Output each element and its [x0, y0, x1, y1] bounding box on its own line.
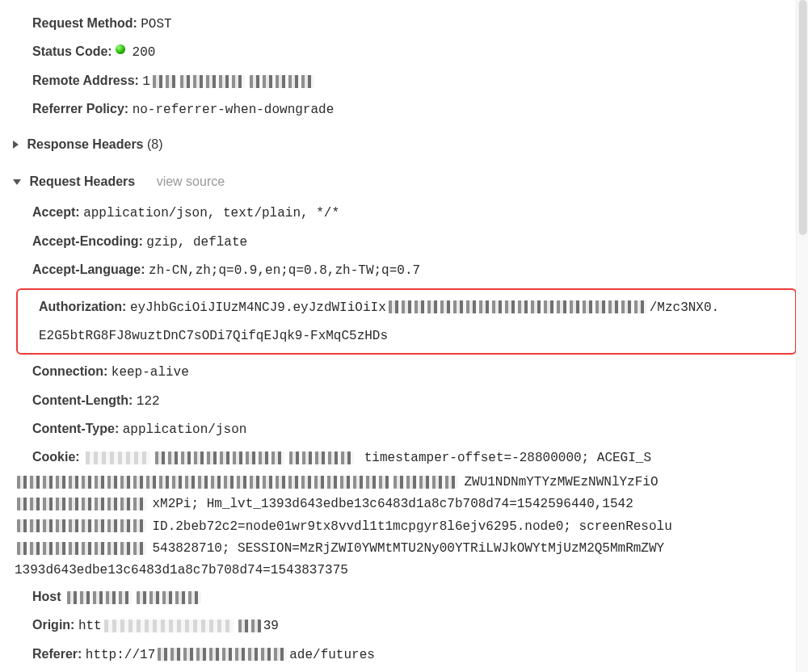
host-label: Host: [32, 590, 61, 603]
request-method-value: POST: [141, 17, 171, 32]
connection-value: keep-alive: [112, 365, 189, 380]
remote-address-row: Remote Address: 1: [0, 67, 808, 95]
origin-label: Origin:: [32, 618, 74, 632]
status-code-row: Status Code: 200: [0, 38, 808, 66]
authorization-value: eyJhbGciOiJIUzM4NCJ9.eyJzdWIiOiIx/Mzc3NX…: [130, 300, 719, 315]
request-headers-toggle[interactable]: Request Headers view source: [0, 162, 808, 199]
origin-row: Origin: htt39: [0, 611, 808, 640]
auth-mid-suffix: /Mzc3NX0.: [650, 300, 719, 315]
connection-label: Connection:: [32, 364, 107, 378]
status-code-value: 200: [133, 45, 156, 60]
accept-language-label: Accept-Language:: [32, 262, 145, 276]
connection-row: Connection: keep-alive: [0, 358, 808, 386]
accept-language-value: zh-CN,zh;q=0.9,en;q=0.8,zh-TW;q=0.7: [149, 263, 420, 278]
user-agent-row: User-Agent: Mozilla/5ıtosh; Intel Mac OS…: [0, 669, 808, 672]
request-headers-title: Request Headers: [29, 174, 135, 188]
referer-label: Referer:: [32, 647, 82, 661]
remote-address-value: 1: [142, 74, 317, 89]
accept-language-row: Accept-Language: zh-CN,zh;q=0.9,en;q=0.8…: [0, 256, 808, 284]
content-type-value: application/json: [123, 422, 247, 437]
origin-prefix: htt: [78, 619, 102, 633]
caret-right-icon: [13, 141, 19, 149]
content-length-label: Content-Length:: [32, 393, 133, 407]
referer-suffix: ade/futures: [289, 648, 375, 662]
accept-encoding-label: Accept-Encoding:: [32, 234, 143, 248]
status-code-label: Status Code:: [32, 44, 112, 58]
host-value: [65, 590, 204, 605]
cookie-line-6: 1393d643edbe13c6483d1a8c7b708d74=1543837…: [0, 557, 808, 582]
accept-row: Accept: application/json, text/plain, */…: [0, 199, 808, 227]
devtools-headers-panel: Request Method: POST Status Code: 200 Re…: [0, 0, 808, 672]
scrollbar-thumb[interactable]: [798, 0, 806, 235]
accept-encoding-value: gzip, deflate: [146, 235, 247, 250]
content-length-value: 122: [137, 394, 160, 409]
cookie-xm: xM2Pi;: [152, 497, 206, 511]
accept-encoding-row: Accept-Encoding: gzip, deflate: [0, 228, 808, 256]
cookie-label: Cookie:: [32, 450, 80, 464]
remote-address-label: Remote Address:: [32, 74, 139, 87]
vertical-scrollbar[interactable]: [796, 0, 808, 672]
authorization-label: Authorization:: [39, 300, 126, 313]
authorization-highlight: Authorization: eyJhbGciOiJIUzM4NCJ9.eyJz…: [16, 288, 797, 355]
view-source-link[interactable]: view source: [157, 174, 225, 188]
cookie-zwu: ZWU1NDNmYTYzMWEzNWNlYzFiO: [464, 475, 658, 489]
referer-prefix: http://17: [86, 648, 155, 662]
cookie-lpvt: 1393d643edbe13c6483d1a8c7b708d74=1543837…: [15, 563, 348, 578]
cookie-ts: timestamper-offset=-28800000; ACEGI_S: [364, 451, 651, 465]
cookie-value-start: timestamper-offset=-28800000; ACEGI_S: [83, 451, 651, 465]
cookie-hm: Hm_lvt_1393d643edbe13c6483d1a8c7b708d74=…: [207, 497, 633, 511]
request-method-label: Request Method:: [32, 16, 137, 30]
origin-value: htt39: [78, 619, 279, 633]
referrer-policy-label: Referrer Policy:: [32, 102, 128, 116]
caret-down-icon: [13, 179, 21, 185]
origin-suffix: 39: [263, 619, 279, 633]
response-headers-count: (8): [147, 137, 163, 151]
remote-address-prefix: 1: [142, 74, 150, 89]
accept-label: Accept:: [32, 205, 80, 219]
auth-prefix: eyJhbGciOiJIUzM4NCJ9.eyJzdWIiOiIx: [130, 300, 386, 315]
referrer-policy-row: Referrer Policy: no-referrer-when-downgr…: [0, 95, 808, 124]
content-type-label: Content-Type:: [32, 422, 119, 435]
request-method-row: Request Method: POST: [0, 10, 808, 38]
host-row: Host: [0, 583, 808, 611]
referrer-policy-value: no-referrer-when-downgrade: [133, 103, 335, 117]
response-headers-toggle[interactable]: Response Headers (8): [0, 124, 808, 162]
referer-row: Referer: http://17ade/futures: [0, 640, 808, 669]
authorization-line2: E2G5btRG8FJ8wuztDnC7sODi7QifqEJqk9-FxMqC…: [39, 329, 388, 343]
status-dot-icon: [116, 44, 125, 54]
cookie-sess: 543828710; SESSION=MzRjZWI0YWMtMTU2Ny00Y…: [152, 541, 664, 556]
authorization-row: Authorization: eyJhbGciOiJIUzM4NCJ9.eyJz…: [23, 293, 790, 321]
authorization-row-line2: E2G5btRG8FJ8wuztDnC7sODi7QifqEJqk9-FxMqC…: [23, 321, 790, 350]
content-type-row: Content-Type: application/json: [0, 415, 808, 443]
cookie-id: ID.2beb72c2=node01wr9tx8vvdl1t1mcpgyr8l6…: [152, 519, 671, 534]
accept-value: application/json, text/plain, */*: [83, 206, 339, 220]
response-headers-title: Response Headers: [27, 137, 143, 151]
cookie-row: Cookie: timestamper-offset=-28800000; AC…: [0, 443, 808, 472]
referer-value: http://17ade/futures: [86, 648, 375, 662]
content-length-row: Content-Length: 122: [0, 387, 808, 415]
